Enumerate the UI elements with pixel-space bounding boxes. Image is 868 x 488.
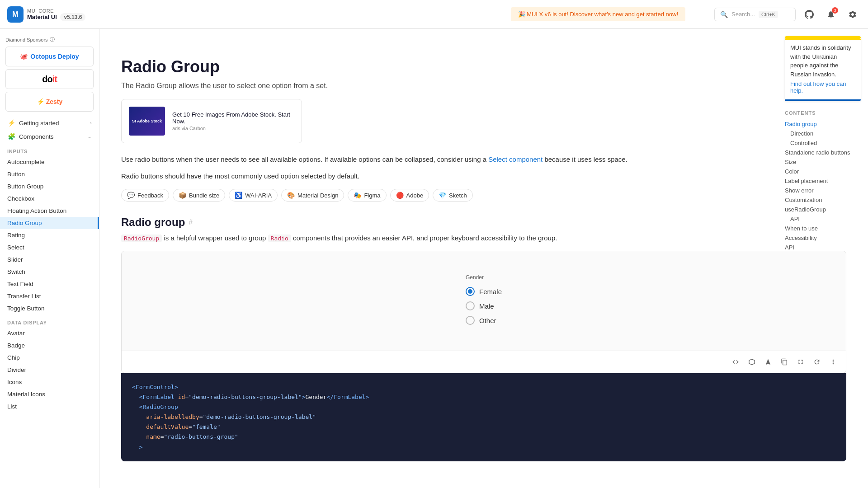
sidebar-item-icons[interactable]: Icons bbox=[0, 376, 99, 388]
toc-item-customization[interactable]: Customization bbox=[785, 195, 861, 205]
code-line-2: <FormLabel id="demo-radio-buttons-group-… bbox=[132, 392, 835, 402]
sidebar-item-button-group[interactable]: Button Group bbox=[0, 180, 99, 192]
toc-item-accessibility[interactable]: Accessibility bbox=[785, 233, 861, 243]
ad-via: ads via Carbon bbox=[172, 126, 294, 131]
sidebar-item-switch[interactable]: Switch bbox=[0, 266, 99, 278]
sponsor-zesty[interactable]: ⚡ Zesty bbox=[5, 92, 94, 112]
sidebar-item-autocomplete[interactable]: Autocomplete bbox=[0, 156, 99, 168]
sub-description: Radio buttons should have the most commo… bbox=[121, 172, 846, 180]
github-button[interactable] bbox=[801, 6, 817, 23]
sketch-link[interactable]: 💎 Sketch bbox=[433, 189, 473, 202]
ukraine-link[interactable]: Find out how you can help. bbox=[790, 80, 855, 94]
toc-item-show-error[interactable]: Show error bbox=[785, 186, 861, 195]
sidebar-item-select[interactable]: Select bbox=[0, 241, 99, 253]
radio-option-male[interactable]: Male bbox=[466, 299, 502, 313]
toc-item-direction[interactable]: Direction bbox=[785, 129, 861, 138]
toc-item-when-to-use[interactable]: When to use bbox=[785, 224, 861, 233]
sidebar-item-button[interactable]: Button bbox=[0, 168, 99, 180]
topbar-logo[interactable]: M MUI CORE Material UI v5.13.6 bbox=[7, 6, 85, 23]
topbar: M MUI CORE Material UI v5.13.6 🎉 MUI X v… bbox=[0, 0, 868, 29]
feedback-link[interactable]: 💬 Feedback bbox=[121, 189, 169, 202]
material-ui-label: Material UI v5.13.6 bbox=[27, 14, 85, 20]
demo-toolbar bbox=[122, 351, 846, 373]
chevron-down-icon: ⌄ bbox=[87, 133, 92, 140]
sidebar-item-components[interactable]: 🧩 Components ⌄ bbox=[0, 130, 99, 143]
adobe-icon: 🔴 bbox=[396, 192, 404, 199]
sidebar-item-text-field[interactable]: Text Field bbox=[0, 278, 99, 290]
layout: Diamond Sponsors ⓘ 🐙 Octopus Deploy doit… bbox=[0, 29, 868, 488]
links-row: 💬 Feedback 📦 Bundle size ♿ WAI-ARIA 🎨 Ma… bbox=[121, 189, 846, 202]
search-shortcut: Ctrl+K bbox=[759, 11, 778, 18]
topbar-banner[interactable]: 🎉 MUI X v6 is out! Discover what's new a… bbox=[511, 7, 685, 21]
adobe-link[interactable]: 🔴 Adobe bbox=[390, 189, 429, 202]
sponsor-doit[interactable]: doit bbox=[5, 69, 94, 89]
radio-label-female: Female bbox=[479, 288, 502, 296]
demo-content: Gender Female Male Other bbox=[122, 251, 846, 351]
toc-item-label-placement[interactable]: Label placement bbox=[785, 176, 861, 186]
sponsor-octopus[interactable]: 🐙 Octopus Deploy bbox=[5, 47, 94, 66]
search-box[interactable]: 🔍 Search... Ctrl+K bbox=[714, 8, 796, 21]
code-block: <FormControl> <FormLabel id="demo-radio-… bbox=[121, 373, 846, 461]
toc-item-size[interactable]: Size bbox=[785, 157, 861, 167]
sidebar-item-fab[interactable]: Floating Action Button bbox=[0, 205, 99, 217]
radio-option-female[interactable]: Female bbox=[466, 284, 502, 299]
radio-circle-female bbox=[466, 287, 475, 296]
settings-button[interactable] bbox=[844, 6, 861, 23]
toc-item-radio-group[interactable]: Radio group bbox=[785, 119, 861, 129]
code-line-3: <RadioGroup bbox=[132, 402, 835, 412]
search-icon: 🔍 bbox=[720, 11, 728, 18]
radio-label-male: Male bbox=[479, 302, 494, 310]
sidebar-item-rating[interactable]: Rating bbox=[0, 229, 99, 241]
sidebar-item-chip[interactable]: Chip bbox=[0, 352, 99, 364]
notification-button[interactable]: 3 bbox=[823, 6, 839, 23]
anchor-icon[interactable]: # bbox=[189, 218, 193, 226]
description: Use radio buttons when the user needs to… bbox=[121, 154, 846, 165]
material-icon: 🎨 bbox=[287, 192, 295, 199]
radio-option-other[interactable]: Other bbox=[466, 313, 502, 328]
stackblitz-button[interactable] bbox=[761, 355, 775, 369]
bundle-size-link[interactable]: 📦 Bundle size bbox=[173, 189, 225, 202]
data-display-section-label: DATA DISPLAY bbox=[0, 314, 99, 327]
sidebar-item-avatar[interactable]: Avatar bbox=[0, 327, 99, 339]
sidebar-item-material-icons[interactable]: Material Icons bbox=[0, 388, 99, 400]
sidebar-item-transfer-list[interactable]: Transfer List bbox=[0, 290, 99, 302]
toc-item-use-radio-group[interactable]: useRadioGroup bbox=[785, 205, 861, 214]
demo-box: Gender Female Male Other bbox=[121, 251, 846, 373]
code-toggle-button[interactable] bbox=[728, 355, 743, 369]
chevron-right-icon: › bbox=[90, 120, 92, 126]
radio-circle-other bbox=[466, 316, 475, 325]
toc-item-controlled[interactable]: Controlled bbox=[785, 138, 861, 148]
wai-aria-link[interactable]: ♿ WAI-ARIA bbox=[229, 189, 278, 202]
sidebar-item-getting-started[interactable]: ⚡ Getting started › bbox=[0, 116, 99, 130]
info-icon: ⓘ bbox=[50, 36, 55, 43]
toc-item-api[interactable]: API bbox=[785, 243, 861, 252]
edit-page-link[interactable]: ⚙ Edit this page bbox=[121, 43, 846, 50]
section-title: Radio group # bbox=[121, 216, 846, 229]
getting-started-icon: ⚡ bbox=[7, 119, 15, 127]
codesandbox-button[interactable] bbox=[745, 355, 759, 369]
sidebar-item-divider[interactable]: Divider bbox=[0, 364, 99, 376]
ad-banner[interactable]: St Adobe Stock Get 10 Free Images From A… bbox=[121, 99, 302, 143]
toc-item-api-indent[interactable]: API bbox=[785, 214, 861, 224]
octopus-icon: 🐙 bbox=[20, 53, 28, 60]
bundle-icon: 📦 bbox=[179, 192, 186, 199]
figma-link[interactable]: 🎭 Figma bbox=[348, 189, 386, 202]
toc-item-standalone[interactable]: Standalone radio buttons bbox=[785, 148, 861, 157]
sponsors-label: Diamond Sponsors ⓘ bbox=[5, 36, 94, 43]
mui-logo-icon: M bbox=[7, 6, 24, 23]
material-design-link[interactable]: 🎨 Material Design bbox=[281, 189, 344, 202]
code-line-5: defaultValue="female" bbox=[132, 422, 835, 432]
main-content: ⚙ Edit this page Radio Group The Radio G… bbox=[99, 29, 868, 488]
sidebar-item-checkbox[interactable]: Checkbox bbox=[0, 192, 99, 205]
sidebar-item-radio-group[interactable]: Radio Group bbox=[0, 217, 99, 229]
select-component-link[interactable]: Select component bbox=[488, 155, 542, 163]
radio-label-other: Other bbox=[479, 317, 496, 324]
sidebar-item-toggle-button[interactable]: Toggle Button bbox=[0, 302, 99, 314]
sidebar-item-slider[interactable]: Slider bbox=[0, 253, 99, 266]
toc-item-color[interactable]: Color bbox=[785, 167, 861, 176]
radio-code: Radio bbox=[268, 235, 291, 242]
ad-content: Get 10 Free Images From Adobe Stock. Sta… bbox=[172, 111, 294, 131]
sidebar-item-list[interactable]: List bbox=[0, 400, 99, 413]
sidebar-item-badge[interactable]: Badge bbox=[0, 339, 99, 352]
page-title: Radio Group bbox=[121, 57, 846, 76]
